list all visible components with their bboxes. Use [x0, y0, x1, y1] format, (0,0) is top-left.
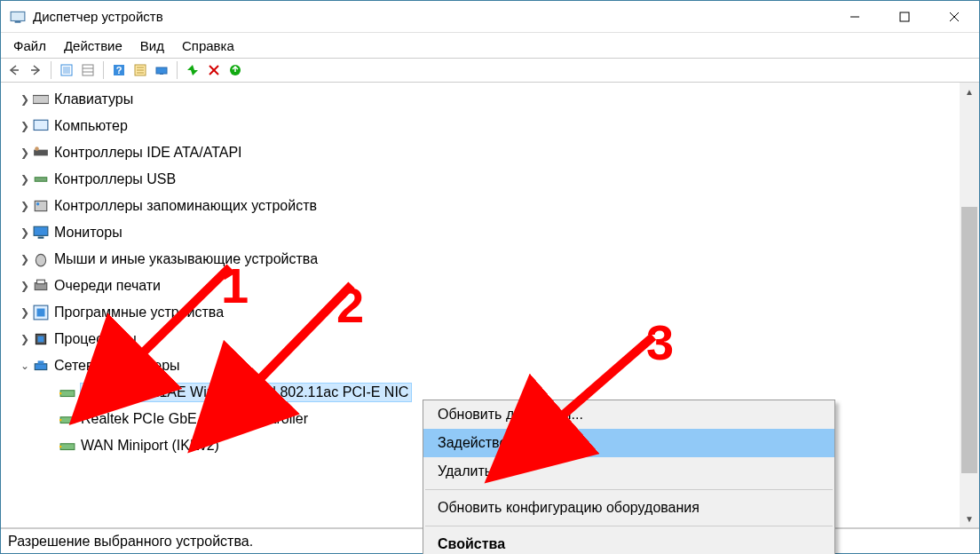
- chevron-right-icon[interactable]: ❯: [19, 173, 31, 186]
- help-button[interactable]: ?: [109, 60, 129, 80]
- ctx-separator: [425, 489, 833, 490]
- tree-label: Процессоры: [54, 331, 137, 347]
- toolbar-separator: [177, 61, 178, 79]
- maximize-button[interactable]: [880, 1, 929, 32]
- svg-point-30: [36, 202, 39, 205]
- menu-action[interactable]: Действие: [55, 36, 131, 56]
- tree-label: Мыши и иные указывающие устройства: [54, 251, 318, 267]
- svg-rect-39: [38, 336, 44, 343]
- chevron-right-icon[interactable]: ❯: [19, 333, 31, 345]
- back-button[interactable]: [4, 60, 24, 80]
- ctx-separator: [425, 526, 833, 526]
- menu-view[interactable]: Вид: [131, 36, 173, 56]
- scroll-thumb[interactable]: [961, 207, 977, 473]
- svg-rect-9: [63, 67, 70, 74]
- enable-button[interactable]: [183, 60, 202, 80]
- context-menu: Обновить драйверы... Задействовать Удали…: [423, 400, 835, 554]
- tree-item-monitors[interactable]: ❯Мониторы: [1, 219, 958, 246]
- svg-rect-3: [900, 12, 909, 21]
- tree-label: Сетевые адаптеры: [54, 358, 180, 374]
- ctx-enable[interactable]: Задействовать: [423, 429, 834, 457]
- toolbar-separator: [103, 61, 104, 79]
- window-buttons: [830, 1, 979, 32]
- ctx-delete[interactable]: Удалить: [423, 457, 834, 486]
- tree-item-ide[interactable]: ❯Контроллеры IDE ATA/ATAPI: [1, 139, 958, 166]
- svg-rect-32: [38, 237, 44, 239]
- mouse-icon: [33, 251, 49, 267]
- properties-button[interactable]: [130, 60, 150, 80]
- titlebar: Диспетчер устройств: [1, 1, 979, 33]
- chevron-right-icon[interactable]: ❯: [19, 280, 31, 292]
- chevron-right-icon[interactable]: ❯: [19, 306, 31, 319]
- svg-rect-25: [34, 120, 48, 130]
- chevron-right-icon[interactable]: ❯: [19, 146, 31, 159]
- uninstall-button[interactable]: [204, 60, 224, 80]
- menubar: Файл Действие Вид Справка: [1, 33, 979, 58]
- menu-file[interactable]: Файл: [4, 36, 55, 56]
- close-button[interactable]: [929, 1, 979, 32]
- svg-rect-0: [11, 12, 25, 20]
- chevron-right-icon[interactable]: ❯: [19, 200, 31, 212]
- details-button[interactable]: [78, 60, 98, 80]
- ctx-properties[interactable]: Свойства: [423, 530, 834, 554]
- tree-item-printqueues[interactable]: ❯Очереди печати: [1, 273, 958, 299]
- tree-item-mice[interactable]: ❯Мыши и иные указывающие устройства: [1, 246, 958, 273]
- tree-item-storage[interactable]: ❯Контроллеры запоминающих устройств: [1, 193, 958, 219]
- svg-rect-10: [83, 65, 93, 75]
- tree-label: Realtek 8821AE Wireless LAN 802.11ac PCI…: [81, 384, 411, 401]
- tree-item-usb[interactable]: ❯Контроллеры USB: [1, 166, 958, 193]
- printer-icon: [33, 278, 49, 294]
- storage-icon: [33, 198, 49, 214]
- adapter-icon: [59, 411, 75, 427]
- show-hidden-button[interactable]: [57, 60, 76, 80]
- chevron-right-icon[interactable]: ❯: [19, 93, 31, 106]
- keyboard-icon: [33, 91, 49, 107]
- status-text: Разрешение выбранного устройства.: [8, 534, 253, 550]
- svg-rect-41: [38, 360, 44, 363]
- tree-item-processors[interactable]: ❯Процессоры: [1, 326, 958, 352]
- tree-item-software[interactable]: ❯Программные устройства: [1, 299, 958, 326]
- scroll-down-button[interactable]: ▼: [960, 510, 979, 527]
- tree-label: Мониторы: [54, 225, 122, 241]
- svg-rect-43: [59, 392, 61, 394]
- chevron-right-icon[interactable]: ❯: [19, 120, 31, 132]
- scroll-up-button[interactable]: ▲: [960, 83, 979, 100]
- tree-label: Компьютер: [54, 118, 128, 134]
- chevron-right-icon[interactable]: ❯: [19, 226, 31, 239]
- vertical-scrollbar[interactable]: ▲ ▼: [960, 83, 979, 527]
- tree-label: Realtek PCIe GbE Family Controller: [81, 411, 308, 427]
- forward-button[interactable]: [26, 60, 45, 80]
- tree-label: Контроллеры IDE ATA/ATAPI: [54, 145, 242, 161]
- window-title: Диспетчер устройств: [33, 9, 830, 24]
- svg-rect-46: [60, 444, 75, 450]
- device-manager-window: Диспетчер устройств Файл Действие Вид Сп…: [0, 0, 980, 554]
- tree-item-network-adapters[interactable]: ⌄Сетевые адаптеры: [1, 352, 958, 379]
- svg-point-27: [35, 146, 39, 151]
- tree-item-keyboards[interactable]: ❯Клавиатуры: [1, 86, 958, 113]
- monitor-icon: [33, 225, 49, 241]
- ctx-scan[interactable]: Обновить конфигурацию оборудования: [423, 494, 834, 522]
- tree-label: Клавиатуры: [54, 91, 133, 107]
- scan-button[interactable]: [152, 60, 171, 80]
- chevron-down-icon[interactable]: ⌄: [19, 360, 31, 372]
- svg-text:?: ?: [116, 65, 122, 75]
- menu-help[interactable]: Справка: [173, 36, 243, 56]
- update-button[interactable]: [225, 60, 245, 80]
- toolbar-separator: [51, 61, 51, 79]
- svg-rect-40: [35, 364, 47, 370]
- svg-point-33: [36, 254, 45, 266]
- ctx-update-drivers[interactable]: Обновить драйверы...: [423, 400, 834, 429]
- network-icon: [33, 358, 49, 374]
- svg-rect-31: [34, 226, 48, 235]
- tree-item-computer[interactable]: ❯Компьютер: [1, 113, 958, 139]
- svg-rect-26: [34, 150, 48, 156]
- usb-icon: [33, 171, 49, 187]
- svg-rect-24: [33, 96, 49, 104]
- svg-rect-37: [37, 309, 45, 317]
- chevron-right-icon[interactable]: ❯: [19, 253, 31, 265]
- svg-rect-1: [15, 20, 21, 22]
- software-icon: [33, 305, 49, 321]
- tree-label: Программные устройства: [54, 305, 224, 321]
- minimize-button[interactable]: [830, 1, 880, 32]
- svg-rect-28: [35, 178, 47, 182]
